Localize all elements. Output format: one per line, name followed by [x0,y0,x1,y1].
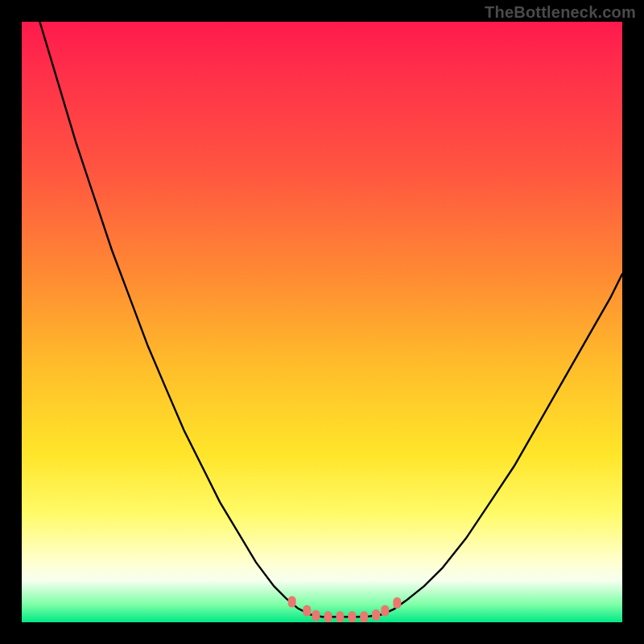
curve-svg [22,22,622,622]
trough-marker [324,611,332,622]
trough-marker [348,611,356,622]
trough-marker [381,605,389,617]
trough-marker [393,597,401,609]
watermark-text: TheBottleneck.com [485,3,636,22]
trough-marker [312,610,320,621]
trough-marker [360,611,368,622]
trough-marker [336,611,344,622]
trough-marker [288,597,296,608]
plot-frame [22,22,622,622]
marker-group [288,597,402,622]
trough-marker [372,609,380,621]
trough-marker [303,605,311,617]
bottleneck-curve [39,22,622,617]
curve-group [39,22,622,617]
